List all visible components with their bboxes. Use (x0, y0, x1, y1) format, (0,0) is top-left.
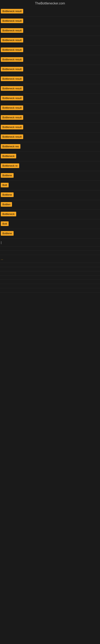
result-row (0, 284, 100, 288)
bottleneck-badge[interactable]: Bottleneck result (1, 18, 23, 23)
result-row: Bottleneck result (0, 74, 100, 84)
result-row: Bottleneck re (0, 162, 100, 171)
result-row: Bottleneck (0, 210, 100, 219)
result-row (0, 246, 100, 251)
result-row: Bottlene (0, 229, 100, 239)
result-row: Bottleneck result (0, 16, 100, 26)
result-row: Bottleneck result (0, 65, 100, 74)
result-row: Bottleneck result (0, 26, 100, 36)
bottleneck-badge[interactable]: Bottlene (1, 173, 14, 178)
bottleneck-badge[interactable]: Bottleneck result (1, 115, 23, 120)
bottleneck-badge[interactable]: Bottleneck result (1, 86, 23, 91)
result-row: Bottleneck result (0, 94, 100, 104)
bottleneck-badge[interactable]: Bottlene (1, 192, 14, 197)
bottleneck-badge[interactable]: Bottleneck result (1, 76, 23, 81)
bottleneck-badge[interactable]: Bottleneck result (1, 106, 23, 110)
bottleneck-badge[interactable]: Bottleneck re (1, 164, 19, 168)
result-row: Bottleneck result (0, 36, 100, 46)
result-row: ... (0, 255, 100, 263)
bottleneck-badge[interactable]: Bottleneck result (1, 67, 23, 72)
bottleneck-badge[interactable]: Bottlen (1, 202, 12, 207)
bottleneck-badge[interactable]: Bott (1, 222, 9, 226)
bottleneck-badge[interactable]: Bottleneck (1, 212, 16, 216)
bottleneck-badge[interactable]: Bottleneck result (1, 134, 23, 139)
result-row (0, 267, 100, 271)
result-row: Bottleneck result (0, 84, 100, 94)
bottleneck-badge[interactable]: Bottleneck result (1, 9, 23, 14)
result-row: Bottlen (0, 200, 100, 210)
bottleneck-badge[interactable]: Bottleneck result (1, 38, 23, 42)
ellipsis-indicator: ... (1, 257, 3, 260)
result-row: Bottleneck (0, 152, 100, 162)
result-row (0, 263, 100, 267)
result-row (0, 280, 100, 284)
result-row: Bottleneck result (0, 7, 100, 16)
result-row (0, 276, 100, 280)
result-row: Bottleneck result (0, 132, 100, 142)
site-header: TheBottlenecker.com (0, 0, 100, 7)
cursor-indicator: | (1, 241, 1, 244)
result-row: Bottleneck res (0, 142, 100, 152)
result-row: Bottleneck result (0, 104, 100, 113)
result-row: Bott (0, 219, 100, 229)
result-row (0, 288, 100, 292)
bottleneck-badge[interactable]: Bottleneck result (1, 125, 23, 130)
result-row: Bott (0, 181, 100, 190)
result-row: Bottleneck result (0, 55, 100, 65)
bottleneck-badge[interactable]: Bottlene (1, 231, 14, 236)
bottleneck-badge[interactable]: Bott (1, 183, 9, 187)
site-title: TheBottlenecker.com (0, 0, 100, 7)
result-row: Bottlene (0, 190, 100, 200)
result-row: | (0, 239, 100, 246)
result-row (0, 251, 100, 255)
bottleneck-badge[interactable]: Bottleneck (1, 154, 16, 158)
result-row: Bottlene (0, 171, 100, 181)
bottleneck-badge[interactable]: Bottleneck result (1, 96, 23, 100)
bottleneck-badge[interactable]: Bottleneck result (1, 28, 23, 33)
result-row (0, 271, 100, 276)
bottleneck-badge[interactable]: Bottleneck result (1, 57, 23, 62)
result-row: Bottleneck result (0, 46, 100, 55)
bottleneck-badge[interactable]: Bottleneck result (1, 48, 23, 52)
result-row: Bottleneck result (0, 113, 100, 123)
bottleneck-badge[interactable]: Bottleneck res (1, 144, 20, 149)
results-list: Bottleneck resultBottleneck resultBottle… (0, 7, 100, 292)
result-row: Bottleneck result (0, 123, 100, 132)
